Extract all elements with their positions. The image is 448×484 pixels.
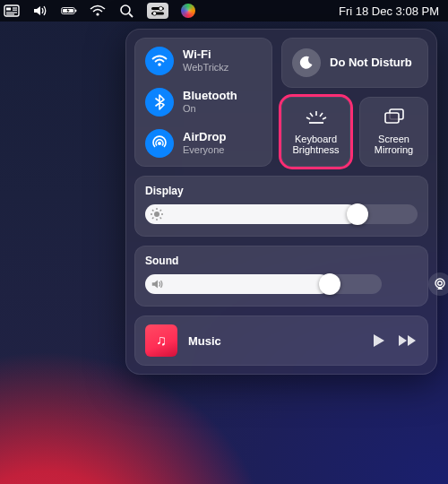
speaker-icon [151, 278, 165, 290]
wifi-subtitle: WebTrickz [183, 62, 228, 73]
airplay-icon [433, 278, 447, 290]
svg-point-16 [158, 63, 161, 66]
svg-line-20 [310, 113, 313, 117]
sound-module: Sound [134, 246, 428, 307]
svg-point-10 [121, 5, 130, 14]
wifi-title: Wi-Fi [183, 48, 228, 62]
sound-title: Sound [145, 255, 418, 267]
svg-point-13 [159, 6, 162, 10]
svg-line-31 [152, 210, 153, 211]
volume-icon[interactable] [32, 4, 48, 18]
svg-point-9 [96, 13, 99, 15]
do-not-disturb-toggle[interactable]: Do Not Disturb [281, 38, 428, 88]
airdrop-title: AirDrop [183, 131, 226, 144]
sound-slider-knob[interactable] [319, 273, 340, 295]
bluetooth-toggle[interactable]: Bluetooth On [145, 88, 262, 117]
airdrop-toggle[interactable]: AirDrop Everyone [145, 129, 262, 158]
keyboard-brightness-label: Keyboard Brightness [285, 134, 347, 155]
svg-line-21 [320, 113, 323, 117]
keyboard-brightness-button[interactable]: Keyboard Brightness [281, 97, 350, 167]
brightness-icon [151, 208, 163, 220]
music-module[interactable]: Music [134, 315, 428, 366]
svg-rect-7 [75, 10, 76, 13]
news-widget-icon[interactable] [4, 4, 20, 18]
control-center-icon[interactable] [147, 3, 168, 19]
music-app-icon [145, 324, 177, 357]
siri-icon[interactable] [181, 4, 195, 18]
svg-point-17 [158, 142, 161, 145]
svg-point-15 [152, 12, 156, 15]
keyboard-brightness-icon [304, 108, 329, 128]
display-module: Display [134, 176, 428, 237]
svg-line-23 [323, 117, 326, 119]
svg-line-32 [160, 218, 161, 219]
display-slider[interactable] [145, 204, 418, 224]
control-center-panel: Wi-Fi WebTrickz Bluetooth On AirDrop [125, 29, 437, 375]
airdrop-subtitle: Everyone [183, 144, 226, 156]
screen-mirroring-button[interactable]: Screen Mirroring [359, 97, 428, 167]
svg-line-34 [160, 210, 161, 211]
wifi-icon [145, 47, 174, 75]
spotlight-search-icon[interactable] [118, 4, 134, 18]
screen-mirroring-label: Screen Mirroring [363, 134, 425, 155]
play-button[interactable] [373, 333, 385, 348]
svg-line-11 [129, 13, 133, 17]
screen-mirroring-icon [383, 108, 405, 128]
svg-line-33 [152, 218, 153, 219]
airplay-audio-button[interactable] [428, 272, 448, 296]
moon-icon [292, 48, 321, 77]
bluetooth-title: Bluetooth [183, 90, 237, 103]
svg-rect-25 [385, 113, 399, 123]
menubar: Fri 18 Dec 3:08 PM [0, 0, 448, 22]
display-slider-knob[interactable] [347, 203, 368, 225]
display-title: Display [145, 185, 418, 197]
wifi-status-icon[interactable] [90, 4, 106, 18]
svg-point-36 [438, 281, 443, 286]
airdrop-icon [145, 129, 174, 158]
svg-point-26 [154, 212, 159, 217]
connectivity-module: Wi-Fi WebTrickz Bluetooth On AirDrop [134, 38, 272, 167]
dnd-label: Do Not Disturb [330, 56, 412, 70]
music-title: Music [188, 334, 362, 348]
svg-rect-1 [6, 8, 11, 11]
svg-line-22 [306, 117, 310, 119]
wifi-toggle[interactable]: Wi-Fi WebTrickz [145, 47, 262, 75]
next-track-button[interactable] [398, 334, 418, 347]
battery-charging-icon[interactable] [61, 4, 77, 18]
bluetooth-subtitle: On [183, 103, 237, 115]
bluetooth-icon [145, 88, 174, 117]
menubar-datetime[interactable]: Fri 18 Dec 3:08 PM [339, 4, 439, 18]
sound-slider[interactable] [145, 274, 382, 294]
